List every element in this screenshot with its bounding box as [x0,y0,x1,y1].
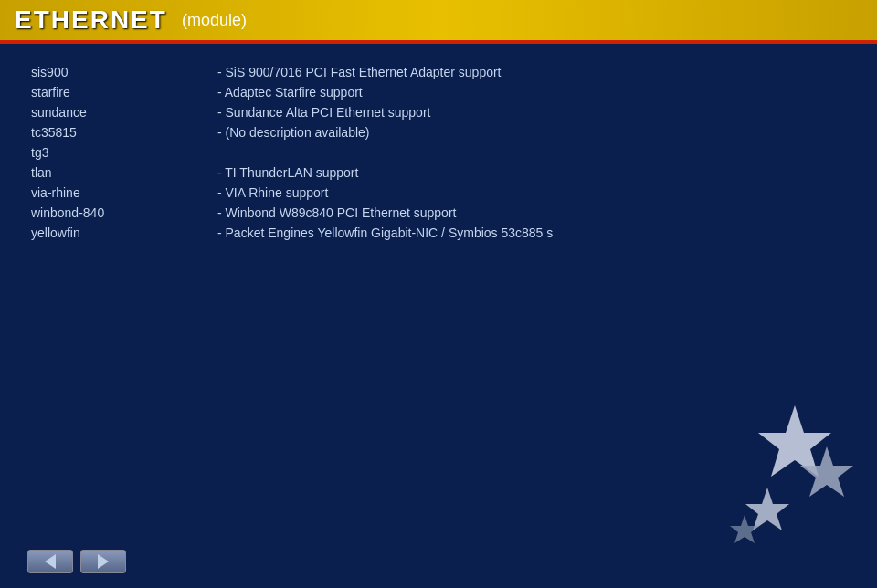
driver-name: tg3 [27,142,214,163]
driver-description: - (No description available) [214,122,850,142]
driver-row: yellowfin- Packet Engines Yellowfin Giga… [27,223,850,243]
driver-description: - VIA Rhine support [214,183,850,203]
driver-row: tc35815- (No description available) [27,122,850,142]
driver-row: tlan- TI ThunderLAN support [27,163,850,183]
driver-description [214,142,850,163]
driver-row: sundance- Sundance Alta PCI Ethernet sup… [27,102,850,122]
driver-name: tlan [27,163,214,183]
driver-name: tc35815 [27,122,214,142]
driver-name: yellowfin [27,223,214,243]
driver-name: via-rhine [27,183,214,203]
driver-row: starfire- Adaptec Starfire support [27,82,850,102]
driver-name: starfire [27,82,214,102]
driver-description: - Adaptec Starfire support [214,82,850,102]
driver-description: - Sundance Alta PCI Ethernet support [214,102,850,122]
content-area: sis900- SiS 900/7016 PCI Fast Ethernet A… [0,44,877,261]
prev-arrow-icon [45,554,56,569]
header-bar: ETHERNET (module) [0,0,877,40]
svg-marker-1 [800,446,853,497]
driver-name: sis900 [27,62,214,82]
driver-row: tg3 [27,142,850,163]
page-title: ETHERNET [15,5,167,35]
driver-name: sundance [27,102,214,122]
svg-marker-2 [745,488,789,530]
nav-buttons [27,550,126,573]
prev-button[interactable] [27,550,73,573]
stars-decoration [676,396,859,561]
svg-marker-0 [758,405,831,477]
driver-description: - TI ThunderLAN support [214,163,850,183]
page-subtitle: (module) [182,11,247,30]
driver-description: - Packet Engines Yellowfin Gigabit-NIC /… [214,223,850,243]
svg-marker-3 [730,515,759,543]
driver-table: sis900- SiS 900/7016 PCI Fast Ethernet A… [27,62,850,243]
next-button[interactable] [80,550,126,573]
next-arrow-icon [98,554,109,569]
driver-row: sis900- SiS 900/7016 PCI Fast Ethernet A… [27,62,850,82]
driver-row: via-rhine- VIA Rhine support [27,183,850,203]
driver-description: - SiS 900/7016 PCI Fast Ethernet Adapter… [214,62,850,82]
driver-name: winbond-840 [27,203,214,223]
driver-row: winbond-840- Winbond W89c840 PCI Etherne… [27,203,850,223]
driver-description: - Winbond W89c840 PCI Ethernet support [214,203,850,223]
